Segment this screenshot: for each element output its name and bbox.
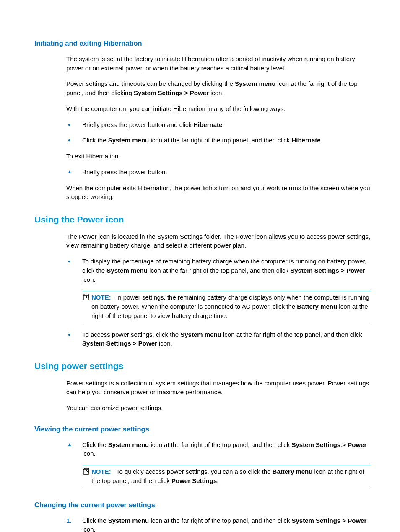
- text: icon.: [209, 89, 224, 96]
- bold-text: > Power: [342, 441, 366, 448]
- bold-text: System menu: [108, 517, 149, 524]
- section-body: Power settings is a collection of system…: [66, 379, 371, 413]
- bullet-list: To access power settings, click the Syst…: [66, 330, 371, 349]
- text: icon at the far right of the top panel, …: [149, 137, 291, 144]
- text: Click the: [82, 137, 108, 144]
- text: icon.: [82, 526, 96, 532]
- heading-initiating-hibernation: Initiating and exiting Hibernation: [34, 39, 371, 49]
- step-number: 1.: [66, 516, 72, 525]
- paragraph: The Power icon is located in the System …: [66, 232, 371, 251]
- heading-using-power-settings: Using power settings: [34, 360, 371, 372]
- bold-text: System menu: [235, 80, 276, 87]
- text: .: [321, 137, 322, 144]
- paragraph: Power settings and timeouts can be chang…: [66, 79, 371, 98]
- bold-text: Battery menu: [297, 303, 337, 310]
- note-text: NOTE: In power settings, the remaining b…: [91, 293, 371, 320]
- note-icon: [82, 294, 91, 301]
- note-label: NOTE:: [91, 468, 111, 475]
- list-item: Briefly press the power button.: [66, 168, 371, 177]
- heading-using-power-icon: Using the Power icon: [34, 213, 371, 226]
- list-item: Briefly press the power button and click…: [66, 120, 371, 129]
- bold-text: System Settings > Power: [82, 340, 157, 347]
- note-box: NOTE: To quickly access power settings, …: [82, 465, 371, 488]
- bold-text: System Settings > Power: [134, 89, 209, 96]
- section-body: Click the System menu icon at the far ri…: [66, 440, 371, 488]
- section-body: 1. Click the System menu icon at the far…: [66, 516, 371, 532]
- section-body: The Power icon is located in the System …: [66, 232, 371, 349]
- text: icon at the far right of the top panel, …: [148, 267, 290, 274]
- text: icon at the far right of the top panel, …: [149, 517, 291, 524]
- text: Briefly press the power button and click: [82, 121, 193, 128]
- paragraph: With the computer on, you can initiate H…: [66, 104, 371, 114]
- bold-text: Hibernate: [193, 121, 222, 128]
- list-item: 1. Click the System menu icon at the far…: [66, 516, 371, 532]
- text: icon at the far right of the top panel, …: [149, 441, 291, 448]
- text: .: [217, 477, 218, 484]
- list-item: Click the System menu icon at the far ri…: [66, 440, 371, 459]
- bold-text: System Settings > Power: [290, 267, 365, 274]
- numbered-list: 1. Click the System menu icon at the far…: [66, 516, 371, 532]
- heading-changing-power-settings: Changing the current power settings: [34, 500, 371, 510]
- list-item: To access power settings, click the Syst…: [66, 330, 371, 349]
- list-item: Click the System menu icon at the far ri…: [66, 136, 371, 145]
- text: icon.: [82, 450, 96, 457]
- paragraph: You can customize power settings.: [66, 403, 371, 413]
- document-page: Initiating and exiting Hibernation The s…: [0, 0, 400, 532]
- bold-text: System Settings > Power: [291, 517, 366, 524]
- bold-text: Hibernate: [291, 137, 320, 144]
- bold-text: System menu: [106, 267, 148, 274]
- bullet-list: Briefly press the power button and click…: [66, 120, 371, 145]
- text: Power settings and timeouts can be chang…: [66, 80, 235, 87]
- section-body: The system is set at the factory to init…: [66, 54, 371, 201]
- text: Briefly press the power button.: [82, 168, 167, 176]
- note-label: NOTE:: [91, 294, 111, 301]
- paragraph: The system is set at the factory to init…: [66, 54, 371, 73]
- text: Click the: [82, 517, 108, 524]
- paragraph: When the computer exits Hibernation, the…: [66, 183, 371, 202]
- text: To access power settings, click the: [82, 331, 180, 338]
- bullet-list: To display the percentage of remaining b…: [66, 257, 371, 284]
- bold-text: System menu: [180, 331, 221, 338]
- bold-text: System menu: [108, 137, 149, 144]
- list-item: To display the percentage of remaining b…: [66, 257, 371, 284]
- paragraph: Power settings is a collection of system…: [66, 379, 371, 397]
- text: Click the: [82, 441, 108, 448]
- note-text: NOTE: To quickly access power settings, …: [91, 467, 371, 486]
- bold-text: Battery menu: [273, 468, 313, 475]
- text: icon.: [157, 340, 172, 347]
- note-box: NOTE: In power settings, the remaining b…: [82, 291, 371, 323]
- text: icon at the far right of the top panel, …: [221, 331, 362, 338]
- text: To quickly access power settings, you ca…: [116, 468, 273, 475]
- step-list: Click the System menu icon at the far ri…: [66, 440, 371, 459]
- heading-viewing-power-settings: Viewing the current power settings: [34, 424, 371, 434]
- text: .: [222, 121, 224, 128]
- paragraph: To exit Hibernation:: [66, 152, 371, 161]
- bold-text: Power Settings: [171, 477, 217, 484]
- text: icon.: [82, 276, 96, 283]
- note-icon: [82, 468, 91, 475]
- bold-text: System menu: [108, 441, 149, 448]
- step-list: Briefly press the power button.: [66, 168, 371, 177]
- bold-text: System Settings: [291, 441, 340, 448]
